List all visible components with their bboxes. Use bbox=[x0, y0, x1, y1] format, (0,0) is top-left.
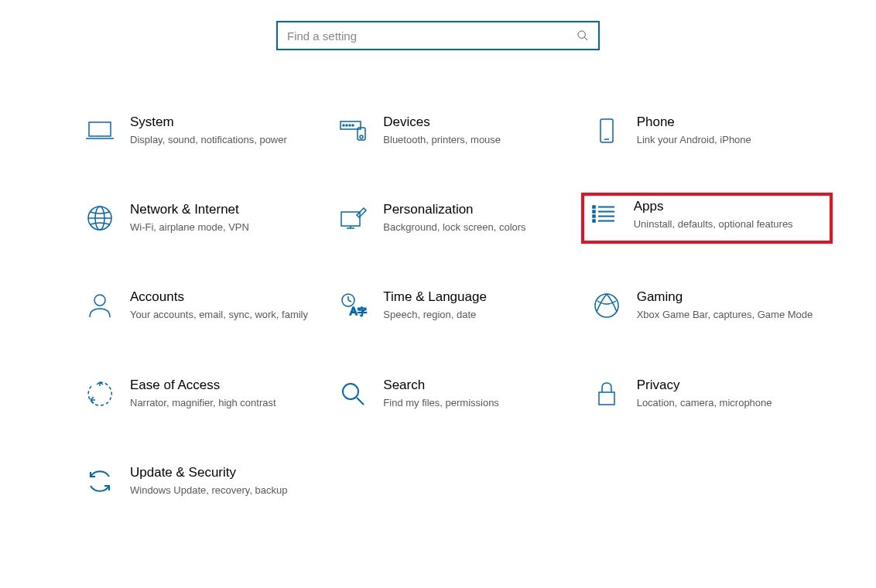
laptop-icon bbox=[84, 115, 116, 147]
setting-title: Accounts bbox=[130, 289, 309, 305]
svg-rect-36 bbox=[599, 392, 614, 405]
svg-point-8 bbox=[352, 125, 354, 126]
devices-icon bbox=[337, 115, 369, 147]
setting-title: Apps bbox=[634, 199, 819, 214]
update-icon bbox=[84, 465, 116, 497]
setting-title: System bbox=[130, 115, 309, 130]
setting-desc: Speech, region, date bbox=[383, 308, 562, 322]
setting-desc: Narrator, magnifier, high contrast bbox=[130, 396, 309, 410]
svg-line-1 bbox=[584, 37, 587, 40]
svg-text:字: 字 bbox=[358, 306, 367, 317]
svg-rect-21 bbox=[593, 215, 595, 217]
search-icon bbox=[577, 29, 589, 42]
svg-point-7 bbox=[349, 125, 351, 126]
ease-of-access-icon bbox=[84, 378, 116, 410]
setting-desc: Your accounts, email, sync, work, family bbox=[130, 308, 309, 322]
time-language-icon: A字 bbox=[337, 289, 369, 322]
setting-desc: Display, sound, notifications, power bbox=[130, 133, 309, 147]
setting-network[interactable]: Network & Internet Wi-Fi, airplane mode,… bbox=[77, 196, 323, 241]
svg-point-27 bbox=[94, 295, 105, 306]
setting-time-language[interactable]: A字 Time & Language Speech, region, date bbox=[330, 283, 576, 328]
setting-title: Phone bbox=[637, 115, 816, 130]
svg-point-10 bbox=[360, 135, 363, 138]
setting-title: Ease of Access bbox=[130, 378, 309, 393]
svg-point-34 bbox=[343, 384, 358, 399]
setting-desc: Find my files, permissions bbox=[383, 396, 562, 410]
setting-desc: Location, camera, microphone bbox=[637, 396, 816, 410]
setting-desc: Windows Update, recovery, backup bbox=[130, 484, 309, 497]
setting-desc: Background, lock screen, colors bbox=[383, 220, 562, 234]
setting-desc: Uninstall, defaults, optional features bbox=[634, 217, 819, 231]
svg-point-0 bbox=[578, 31, 585, 38]
setting-phone[interactable]: Phone Link your Android, iPhone bbox=[584, 108, 830, 153]
setting-devices[interactable]: Devices Bluetooth, printers, mouse bbox=[330, 108, 576, 153]
svg-point-6 bbox=[346, 125, 347, 126]
gaming-icon bbox=[590, 289, 623, 322]
personalization-icon bbox=[337, 202, 369, 234]
setting-title: Network & Internet bbox=[130, 202, 309, 217]
person-icon bbox=[84, 289, 116, 322]
setting-title: Personalization bbox=[383, 202, 562, 217]
search-input[interactable] bbox=[287, 29, 577, 43]
setting-accounts[interactable]: Accounts Your accounts, email, sync, wor… bbox=[77, 283, 323, 328]
svg-rect-19 bbox=[593, 206, 595, 208]
setting-title: Time & Language bbox=[383, 289, 562, 305]
setting-desc: Xbox Game Bar, captures, Game Mode bbox=[637, 308, 816, 322]
setting-title: Gaming bbox=[637, 289, 816, 305]
svg-text:A: A bbox=[350, 305, 358, 317]
setting-apps[interactable]: Apps Uninstall, defaults, optional featu… bbox=[581, 193, 833, 244]
phone-icon bbox=[590, 115, 623, 147]
setting-update-security[interactable]: Update & Security Windows Update, recove… bbox=[77, 459, 323, 504]
lock-icon bbox=[590, 378, 623, 410]
setting-search[interactable]: Search Find my files, permissions bbox=[330, 371, 576, 416]
setting-privacy[interactable]: Privacy Location, camera, microphone bbox=[584, 371, 830, 416]
svg-rect-20 bbox=[593, 210, 595, 213]
setting-gaming[interactable]: Gaming Xbox Game Bar, captures, Game Mod… bbox=[584, 283, 830, 328]
setting-title: Update & Security bbox=[130, 465, 309, 480]
apps-icon bbox=[587, 199, 620, 231]
setting-title: Devices bbox=[383, 115, 562, 130]
svg-rect-22 bbox=[593, 220, 595, 222]
setting-desc: Wi-Fi, airplane mode, VPN bbox=[130, 220, 309, 234]
setting-desc: Bluetooth, printers, mouse bbox=[383, 133, 562, 147]
svg-line-30 bbox=[348, 300, 351, 302]
setting-ease-of-access[interactable]: Ease of Access Narrator, magnifier, high… bbox=[77, 371, 323, 416]
globe-icon bbox=[84, 202, 116, 234]
settings-grid: System Display, sound, notifications, po… bbox=[77, 108, 830, 504]
setting-title: Search bbox=[383, 378, 562, 393]
setting-title: Privacy bbox=[637, 378, 816, 393]
svg-point-33 bbox=[595, 294, 618, 317]
search-container[interactable] bbox=[276, 21, 600, 50]
setting-personalization[interactable]: Personalization Background, lock screen,… bbox=[330, 196, 576, 241]
svg-line-35 bbox=[357, 398, 364, 405]
svg-rect-2 bbox=[89, 122, 111, 136]
svg-point-5 bbox=[343, 125, 344, 126]
search-icon bbox=[337, 378, 369, 410]
setting-desc: Link your Android, iPhone bbox=[637, 133, 816, 147]
setting-system[interactable]: System Display, sound, notifications, po… bbox=[77, 108, 323, 153]
